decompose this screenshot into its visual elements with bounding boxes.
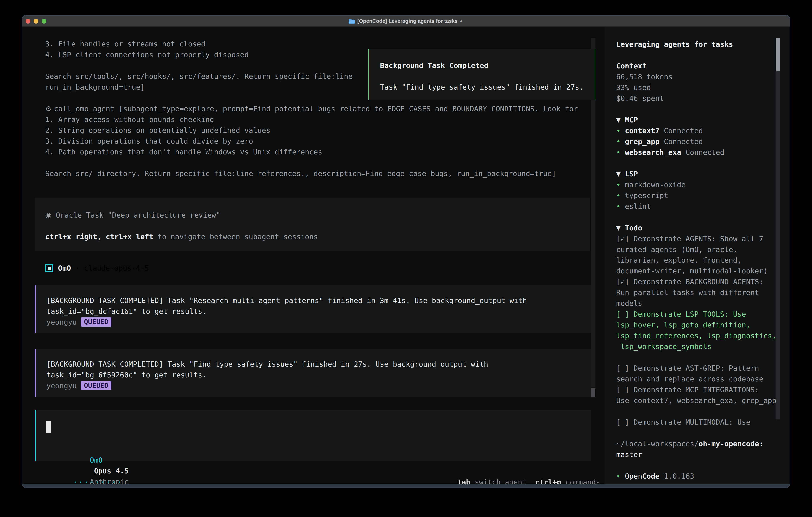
text-segment: grep_app [625, 137, 659, 145]
text-segment: [ ] Demonstrate MULTIMODAL: Use [616, 418, 751, 426]
background-task-notification: Background Task Completed Task "Find typ… [369, 49, 596, 100]
task-message-line1: [BACKGROUND TASK COMPLETED] Task "Resear… [46, 295, 527, 306]
text-segment: $0.46 spent [616, 94, 664, 102]
sidebar-line [616, 406, 780, 417]
text-segment: models [616, 299, 642, 307]
text-segment: Open [625, 472, 642, 480]
text-segment: [ ] Demonstrate MCP INTEGRATIONS: [616, 385, 759, 394]
agent-name: OmO [58, 264, 71, 272]
sidebar-line: [✓] Demonstrate AGENTS: Show all 7 [616, 233, 780, 244]
text-segment: Connected [660, 126, 703, 135]
oracle-task-line: ◉ Oracle Task "Deep architecture review" [45, 210, 221, 220]
folder-icon [349, 19, 355, 23]
sidebar-line: master [616, 449, 780, 460]
sidebar-line: [ ] Demonstrate LSP TOOLS: Use [616, 309, 780, 320]
sidebar-line: 33% used [616, 82, 780, 93]
task-user: yeongyu [46, 317, 77, 327]
text-segment: [✓] Demonstrate BACKGROUND AGENTS: [616, 277, 763, 286]
sidebar-line: [✓] Demonstrate BACKGROUND AGENTS: [616, 276, 780, 287]
text-segment: [ ] Demonstrate AST-GREP: Pattern [616, 364, 759, 372]
sidebar-line: $0.46 spent [616, 93, 780, 104]
notification-body: Task "Find type safety issues" finished … [380, 82, 584, 92]
bullet-icon: • [616, 137, 625, 145]
sidebar-line: [ ] Demonstrate AST-GREP: Pattern [616, 363, 780, 374]
text-segment: ▼ [616, 115, 625, 124]
text-segment: markdown-oxide [625, 180, 685, 189]
notification-title: Background Task Completed [380, 60, 488, 71]
text-segment: search and replace across codebase [616, 375, 763, 383]
sidebar-line [616, 158, 780, 168]
text-segment: lsp_find_references, lsp_diagnostics, [616, 331, 777, 340]
text-segment: 66,518 tokens [616, 72, 672, 81]
text-segment: librarian, explore, frontend, [616, 256, 742, 264]
task-user: yeongyu [46, 380, 77, 391]
log-line: 4. Path operations that don't handle Win… [45, 146, 592, 157]
text-segment: [✓] Demonstrate AGENTS: Show all 7 [616, 234, 763, 243]
bullet-icon: • [616, 180, 625, 189]
sidebar-scrollbar-thumb[interactable] [776, 38, 780, 71]
text-segment: LSP [625, 169, 638, 178]
text-segment: ▼ [616, 169, 625, 178]
sidebar-line: Context [616, 60, 780, 71]
sidebar-line [616, 50, 780, 60]
prompt-input[interactable]: OmO Opus 4.5 Anthropic [35, 410, 591, 461]
text-segment: ~/local-workspaces/ [616, 439, 698, 448]
sidebar-line [616, 104, 780, 114]
sidebar-line: • grep_app Connected [616, 136, 780, 147]
sidebar-content: Leveraging agents for tasks Context66,51… [616, 39, 780, 482]
sidebar-line [616, 460, 780, 471]
text-segment: Code [642, 472, 660, 480]
sidebar-line: 66,518 tokens [616, 71, 780, 82]
agent-model: claude-opus-4-5 [84, 264, 149, 272]
task-message-line2: task_id="bg_dcfac161" to get results. [46, 306, 207, 317]
sidebar-line [616, 428, 780, 438]
model-status-line: OmO Opus 4.5 Anthropic [46, 444, 133, 455]
sidebar-line: librarian, explore, frontend, [616, 255, 780, 266]
bullet-icon: • [616, 126, 625, 135]
window-title-text: [OpenCode] Leveraging agents for tasks [357, 18, 457, 24]
text-segment: lsp_workspace_symbols [616, 342, 712, 351]
sidebar-line: Run parallel tasks with different [616, 287, 780, 298]
progress-indicator-icon: ◐ [460, 18, 463, 24]
agent-checkbox-icon [45, 264, 53, 272]
terminal-content: 3. File handles or streams not closed4. … [23, 27, 789, 484]
queued-badge: QUEUED [81, 381, 112, 390]
background-task-message-2: [BACKGROUND TASK COMPLETED] Task "Find t… [35, 349, 591, 397]
text-segment: 33% used [616, 83, 651, 91]
chat-scrollbar-thumb[interactable] [591, 388, 596, 397]
tool-gear-icon: ⚙ [45, 104, 54, 113]
log-line: ⚙ call_omo_agent [subagent_type=explore,… [45, 103, 592, 114]
sidebar-line: Leveraging agents for tasks [616, 39, 780, 50]
text-segment: Use context7, websearch_exa, grep_app [616, 396, 777, 405]
text-segment: context7 [625, 126, 659, 135]
background-task-message-1: [BACKGROUND TASK COMPLETED] Task "Resear… [35, 285, 591, 333]
log-line [45, 157, 592, 168]
separator: · [71, 264, 84, 272]
terminal-window: [OpenCode] Leveraging agents for tasks ◐… [22, 16, 790, 487]
sidebar-scrollbar[interactable] [776, 38, 780, 419]
text-segment: Run parallel tasks with different [616, 288, 759, 297]
sidebar-line [616, 352, 780, 363]
text-segment: Connected [660, 137, 703, 145]
sidebar-line: • websearch_exa Connected [616, 147, 780, 158]
sidebar-line: search and replace across codebase [616, 374, 780, 384]
task-message-meta: yeongyu QUEUED [46, 317, 112, 327]
text-segment: oh-my-opencode: [698, 439, 763, 448]
sidebar-line: ▼ LSP [616, 168, 780, 179]
text-segment: websearch_exa [625, 148, 681, 156]
text-segment: 1.0.163 [660, 472, 694, 480]
task-message-meta: yeongyu QUEUED [46, 380, 112, 391]
bullet-icon: • [616, 202, 625, 210]
sidebar-line: document-writer, multimodal-looker) [616, 266, 780, 276]
log-line: 1. Array access without bounds checking [45, 114, 592, 125]
sidebar-line: lsp_hover, lsp_goto_definition, [616, 320, 780, 330]
sidebar-line: • OpenCode 1.0.163 [616, 471, 780, 482]
oracle-task-box: ◉ Oracle Task "Deep architecture review"… [35, 197, 590, 251]
sidebar-line: lsp_workspace_symbols [616, 341, 780, 352]
log-line: 2. String operations on potentially unde… [45, 125, 592, 136]
text-segment: MCP [625, 115, 638, 124]
text-segment: master [616, 450, 642, 459]
sidebar-line [616, 212, 780, 222]
text-segment: Todo [625, 223, 642, 232]
sidebar-line: • typescript [616, 190, 780, 201]
